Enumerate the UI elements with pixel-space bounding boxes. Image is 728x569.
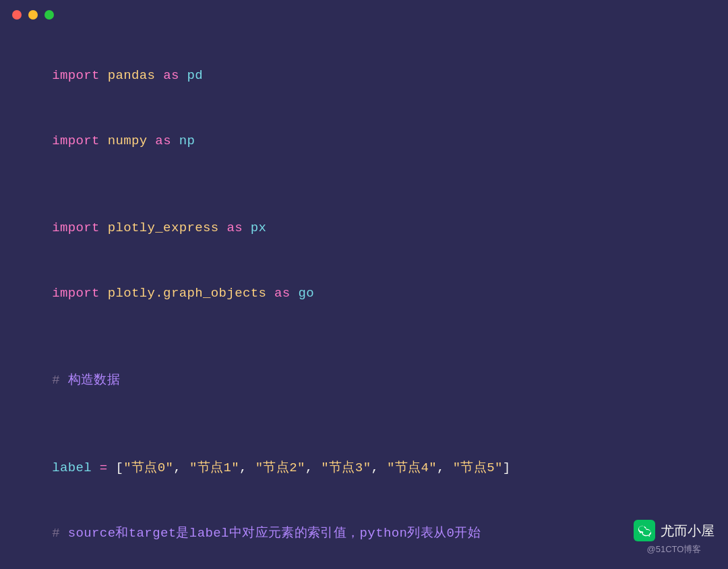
code-line-5: import plotly.graph_objects as go	[20, 261, 708, 326]
wechat-icon	[634, 520, 655, 541]
watermark-name: 尤而小屋	[661, 522, 715, 540]
code-line-comment-1: # 构造数据	[20, 348, 708, 413]
minimize-button[interactable]	[28, 10, 38, 20]
close-button[interactable]	[12, 10, 22, 20]
code-line-source: source = [0, 0, 0, 1, 1, 0] # 可以看做父级节点	[20, 566, 708, 569]
code-line-4: import plotly_express as px	[20, 196, 708, 261]
watermark-sub: @51CTO博客	[647, 543, 702, 556]
code-line-blank-3	[20, 413, 708, 435]
code-line-comment-2: # source和target是label中对应元素的索引值，python列表从…	[20, 500, 708, 566]
code-line-2: import numpy as np	[20, 109, 708, 174]
code-line-1: import pandas as pd	[20, 43, 708, 109]
title-bar	[0, 0, 728, 30]
code-line-blank-1	[20, 174, 708, 196]
maximize-button[interactable]	[44, 10, 54, 20]
watermark: 尤而小屋 @51CTO博客	[634, 520, 715, 556]
code-line-blank-2	[20, 326, 708, 348]
watermark-logo: 尤而小屋	[634, 520, 715, 541]
code-editor: import pandas as pd import numpy as np i…	[0, 30, 728, 569]
code-line-label: label = ["节点0", "节点1", "节点2", "节点3", "节点…	[20, 435, 708, 500]
